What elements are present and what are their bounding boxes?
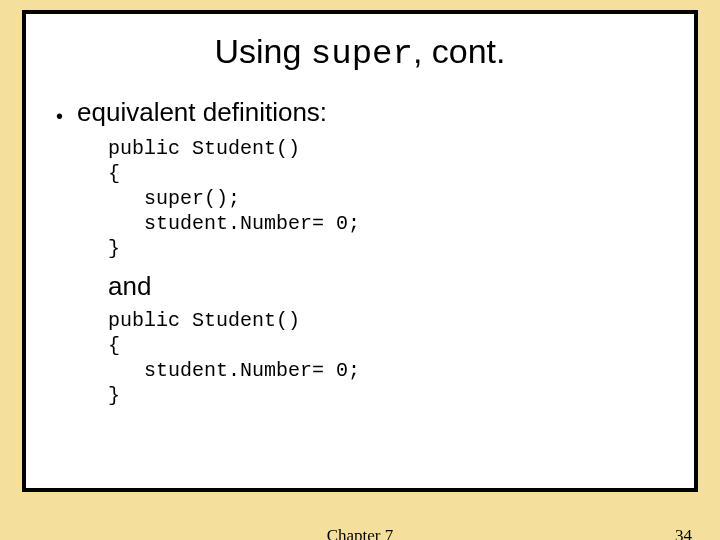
footer-chapter: Chapter 7 bbox=[327, 526, 394, 540]
bullet-icon: • bbox=[56, 106, 63, 126]
title-pre: Using bbox=[214, 32, 310, 70]
code-block-2: public Student() { student.Number= 0; } bbox=[108, 308, 670, 408]
slide-frame: Using super, cont. • equivalent definiti… bbox=[22, 10, 698, 492]
title-code: super bbox=[311, 35, 413, 73]
code-block-1: public Student() { super(); student.Numb… bbox=[108, 136, 670, 261]
slide-title: Using super, cont. bbox=[50, 32, 670, 73]
footer-page-number: 34 bbox=[675, 526, 692, 540]
bullet-item: • equivalent definitions: bbox=[56, 97, 670, 128]
bullet-text: equivalent definitions: bbox=[77, 97, 327, 128]
title-post: , cont. bbox=[413, 32, 506, 70]
connector-and: and bbox=[108, 271, 670, 302]
